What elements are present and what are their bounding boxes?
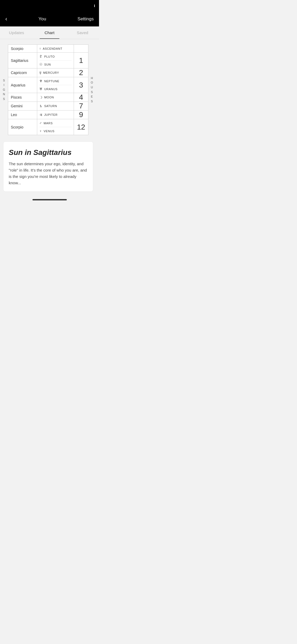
sign-cell: Leo (8, 111, 37, 119)
house-cell: 7 (74, 102, 88, 111)
tab-saved[interactable]: Saved (66, 26, 99, 39)
planet-entry: ♆NEPTUNE (39, 77, 72, 85)
status-bar (0, 0, 99, 12)
table-row: Gemini♄SATURN7 (8, 102, 88, 111)
table-row: Capricorn☿MERCURY2 (8, 68, 88, 77)
planets-cell: ♃JUPITER (37, 111, 74, 119)
houses-label: HOUSES (88, 44, 95, 135)
home-bar (32, 199, 67, 200)
table-row: Sagittarius♇PLUTO☉SUN1 (8, 53, 88, 68)
planet-name: MARS (44, 122, 53, 125)
sign-cell: Scorpio (8, 45, 37, 53)
info-card-text: The sun determines your ego, identity, a… (9, 161, 88, 186)
planet-name: MERCURY (43, 71, 59, 74)
planet-name: NEPTUNE (44, 80, 59, 83)
house-cell: 4 (74, 93, 88, 102)
planet-symbol: ♀ (39, 129, 42, 133)
signs-label: SIGNS (2, 44, 8, 135)
chart-wrapper: SIGNS Scorpio↑ASCENDANTSagittarius♇PLUTO… (0, 44, 96, 135)
planet-name: SUN (44, 63, 51, 66)
planet-name: URANUS (44, 88, 58, 91)
table-row: Scorpio♂MARS♀VENUS12 (8, 119, 88, 135)
planets-cell: ↑ASCENDANT (37, 45, 74, 53)
planet-symbol: ☽ (39, 95, 43, 99)
table-row: Aquarius♆NEPTUNE♅URANUS3 (8, 77, 88, 93)
sign-cell: Scorpio (8, 119, 37, 135)
settings-button[interactable]: Settings (78, 16, 94, 22)
planet-entry: ♃JUPITER (39, 111, 72, 119)
planet-entry: ☽MOON (39, 94, 72, 101)
table-row: Pisces☽MOON4 (8, 93, 88, 102)
table-row: Scorpio↑ASCENDANT (8, 45, 88, 53)
house-cell: 3 (74, 77, 88, 93)
tab-updates[interactable]: Updates (0, 26, 33, 39)
planets-cell: ♇PLUTO☉SUN (37, 53, 74, 68)
planet-name: VENUS (44, 130, 54, 133)
back-button[interactable]: ‹ (5, 16, 7, 22)
house-cell: 2 (74, 68, 88, 77)
nav-header: ‹ You Settings (0, 12, 99, 26)
planet-entry: ☉SUN (39, 61, 72, 68)
page-title: You (39, 16, 46, 22)
house-cell: 12 (74, 119, 88, 135)
planet-entry: ↑ASCENDANT (39, 45, 72, 52)
planet-name: JUPITER (44, 113, 58, 116)
planet-symbol: ♄ (39, 104, 43, 108)
main-content: SIGNS Scorpio↑ASCENDANTSagittarius♇PLUTO… (0, 39, 99, 197)
info-card-title: Sun in Sagittarius (9, 148, 88, 157)
planet-entry: ♇PLUTO (39, 53, 72, 61)
battery-icon (94, 4, 95, 7)
planets-cell: ☽MOON (37, 93, 74, 102)
planet-symbol: ☉ (39, 62, 43, 66)
planet-name: SATURN (44, 104, 57, 108)
sign-cell: Sagittarius (8, 53, 37, 68)
planet-entry: ♄SATURN (39, 102, 72, 110)
planet-entry: ♀VENUS (39, 127, 72, 135)
tab-chart[interactable]: Chart (33, 26, 66, 39)
house-cell (74, 45, 88, 53)
planet-symbol: ☿ (39, 71, 42, 75)
sign-cell: Pisces (8, 93, 37, 102)
house-cell: 9 (74, 111, 88, 119)
planets-cell: ♄SATURN (37, 102, 74, 111)
tab-bar: Updates Chart Saved (0, 26, 99, 39)
sign-cell: Aquarius (8, 77, 37, 93)
planet-name: ASCENDANT (43, 47, 62, 50)
house-cell: 1 (74, 53, 88, 68)
planets-cell: ♂MARS♀VENUS (37, 119, 74, 135)
sign-cell: Gemini (8, 102, 37, 111)
sign-cell: Capricorn (8, 68, 37, 77)
home-indicator (0, 197, 99, 202)
planet-symbol: ♅ (39, 87, 43, 91)
planet-name: PLUTO (44, 55, 55, 58)
planet-entry: ♅URANUS (39, 85, 72, 93)
planet-entry: ♂MARS (39, 119, 72, 127)
planet-symbol: ♆ (39, 79, 43, 83)
astro-table: Scorpio↑ASCENDANTSagittarius♇PLUTO☉SUN1C… (8, 44, 88, 135)
info-card: Sun in Sagittarius The sun determines yo… (3, 141, 93, 192)
planet-symbol: ♃ (39, 113, 43, 117)
planet-entry: ☿MERCURY (39, 69, 72, 77)
table-row: Leo♃JUPITER9 (8, 111, 88, 119)
planet-symbol: ♂ (39, 121, 42, 125)
planet-symbol: ♇ (39, 54, 43, 58)
planet-symbol: ↑ (39, 47, 41, 50)
planet-name: MOON (44, 96, 54, 99)
planets-cell: ♆NEPTUNE♅URANUS (37, 77, 74, 93)
planets-cell: ☿MERCURY (37, 68, 74, 77)
